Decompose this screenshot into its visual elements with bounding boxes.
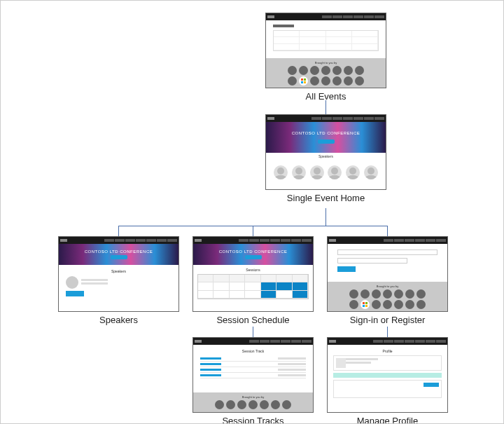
details-button bbox=[66, 291, 84, 296]
page-heading: Speakers bbox=[66, 269, 172, 273]
node-speakers[interactable]: CONTOSO LTD CONFERENCE Speakers Speakers bbox=[58, 236, 179, 325]
save-button bbox=[424, 383, 439, 387]
microsoft-logo-icon bbox=[299, 76, 308, 86]
schedule-grid bbox=[197, 274, 309, 299]
track-row bbox=[200, 362, 306, 367]
profile-form-section bbox=[333, 380, 442, 398]
connector-to-speakers bbox=[118, 226, 119, 236]
page-heading-bar bbox=[273, 25, 294, 27]
hero-subtitle bbox=[326, 135, 326, 138]
sponsor-band: Brought to you by bbox=[193, 392, 313, 412]
caption-tracks: Session Tracks bbox=[192, 416, 314, 424]
info-banner bbox=[333, 373, 442, 378]
hero-title: CONTOSO LTD CONFERENCE bbox=[85, 249, 153, 254]
caption-single-event: Single Event Home bbox=[265, 193, 386, 203]
microsoft-logo-icon bbox=[360, 300, 370, 309]
avatar-icon bbox=[328, 165, 342, 179]
sponsor-band: Brought to you by bbox=[328, 282, 447, 311]
sponsor-title: Brought to you by bbox=[315, 61, 337, 64]
connector-schedule-to-tracks bbox=[253, 327, 253, 337]
caption-profile: Manage Profile bbox=[327, 416, 448, 424]
thumb-tracks: Session Track Brought to you by bbox=[192, 337, 314, 413]
track-row bbox=[200, 373, 306, 378]
avatar-icon bbox=[310, 165, 324, 179]
track-row bbox=[200, 367, 306, 373]
avatar-icon bbox=[364, 165, 378, 179]
avatar-icon bbox=[274, 165, 288, 179]
caption-speakers: Speakers bbox=[58, 315, 179, 325]
hero-cta-button bbox=[318, 139, 335, 144]
signin-button bbox=[337, 266, 356, 272]
events-table bbox=[273, 30, 379, 51]
hero-cta-button bbox=[111, 255, 127, 259]
speaker-card bbox=[66, 276, 172, 289]
thumb-navbar bbox=[328, 338, 447, 345]
sponsor-logo-icon bbox=[288, 66, 297, 75]
password-field bbox=[337, 258, 407, 264]
thumb-signin: Brought to you by bbox=[327, 236, 448, 312]
node-all-events[interactable]: Brought to you by All Events bbox=[265, 13, 386, 102]
avatar-icon bbox=[336, 358, 346, 368]
thumb-navbar bbox=[193, 237, 313, 244]
session-block bbox=[261, 282, 276, 290]
thumb-navbar bbox=[193, 338, 313, 345]
page-heading: Profile bbox=[333, 349, 442, 353]
connector-to-schedule bbox=[253, 226, 253, 236]
sponsor-band: Brought to you by bbox=[266, 58, 386, 88]
connector-to-signin bbox=[387, 226, 388, 236]
hero-banner: CONTOSO LTD CONFERENCE bbox=[266, 122, 386, 153]
node-signin[interactable]: Brought to you by Sign-in or Register bbox=[327, 236, 448, 325]
hero-banner: CONTOSO LTD CONFERENCE bbox=[193, 244, 313, 265]
thumb-single-event: CONTOSO LTD CONFERENCE Speakers bbox=[265, 114, 386, 190]
username-field bbox=[337, 249, 438, 255]
page-heading: Session Track bbox=[200, 349, 306, 353]
thumb-profile: Profile bbox=[327, 337, 448, 413]
caption-schedule: Session Schedule bbox=[192, 315, 314, 325]
avatar-icon bbox=[66, 276, 78, 289]
profile-info-section bbox=[333, 355, 442, 371]
avatar-icon bbox=[292, 165, 306, 179]
connector-single-to-hub-v bbox=[326, 208, 326, 226]
node-tracks[interactable]: Session Track Brought to you by Session … bbox=[192, 337, 314, 424]
avatar-icon bbox=[346, 165, 360, 179]
hero-title: CONTOSO LTD CONFERENCE bbox=[219, 249, 287, 254]
section-heading-speakers: Speakers bbox=[266, 153, 386, 160]
thumb-all-events: Brought to you by bbox=[265, 13, 386, 88]
sponsor-title: Brought to you by bbox=[242, 395, 264, 399]
speaker-avatar-row bbox=[266, 160, 386, 182]
hero-banner: CONTOSO LTD CONFERENCE bbox=[59, 244, 178, 265]
thumb-navbar bbox=[266, 115, 386, 122]
track-row bbox=[200, 356, 306, 362]
thumb-speakers: CONTOSO LTD CONFERENCE Speakers bbox=[58, 236, 179, 312]
hero-cta-button bbox=[245, 255, 262, 259]
caption-all-events: All Events bbox=[265, 91, 386, 102]
node-single-event[interactable]: CONTOSO LTD CONFERENCE Speakers Single E… bbox=[265, 114, 386, 203]
caption-signin: Sign-in or Register bbox=[327, 315, 448, 325]
node-profile[interactable]: Profile Manage Profile bbox=[327, 337, 448, 424]
thumb-navbar bbox=[266, 13, 386, 20]
node-schedule[interactable]: CONTOSO LTD CONFERENCE Sessions Session … bbox=[192, 236, 314, 325]
connector-signin-to-profile bbox=[387, 327, 388, 337]
thumb-navbar bbox=[328, 237, 447, 244]
connector-allevents-to-single bbox=[326, 100, 326, 114]
thumb-schedule: CONTOSO LTD CONFERENCE Sessions bbox=[192, 236, 314, 312]
sponsor-title: Brought to you by bbox=[377, 285, 398, 288]
page-heading: Sessions bbox=[197, 268, 309, 272]
thumb-navbar bbox=[59, 237, 178, 244]
